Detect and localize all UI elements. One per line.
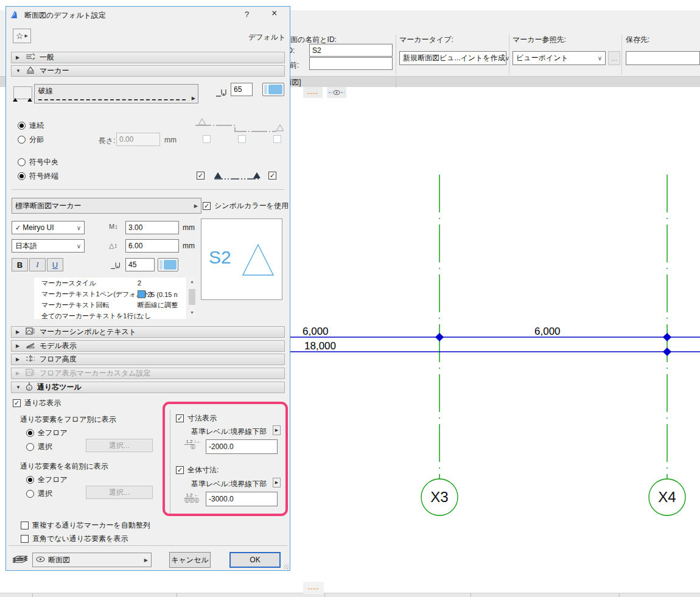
base-level-label-2: 基準レベル:境界線下部 (191, 479, 267, 489)
status-bar (0, 593, 700, 597)
base-level-flyout-2[interactable]: ▶ (273, 478, 281, 487)
bold-button[interactable]: B (12, 258, 28, 271)
radio-symbol-end[interactable]: 符号終端 (18, 171, 58, 181)
marker-parameter-table[interactable]: マーカースタイル 2 マーカーテキスト1ペン(デフォルト) 25 (0.15 n… (34, 278, 186, 319)
marker-ref-select[interactable]: ビューポイント ∨ (513, 51, 606, 65)
dimension-level-input[interactable]: -2000.0 (206, 439, 278, 454)
chevron-right-icon: ▶ (16, 55, 21, 60)
symbol-end-checkbox[interactable]: ✓ (268, 172, 276, 180)
visibility-option-button[interactable] (327, 87, 346, 98)
marker-type-select[interactable]: 新規断面図ビュ...イントを作成 ∨ (399, 51, 506, 65)
radio-continuous[interactable]: 連続 (18, 120, 44, 131)
marker-preview-id: S2 (209, 247, 231, 268)
italic-button[interactable]: I (29, 258, 46, 271)
grid-name-select-button[interactable]: 選択... (86, 486, 153, 499)
dashed-line-icon: ---- (307, 89, 319, 96)
id-input[interactable]: S2 (309, 44, 393, 57)
app-logo-icon (10, 10, 20, 22)
total-dimension-checkbox[interactable]: ✓ 全体寸法: (176, 465, 219, 475)
total-dimension-level-input[interactable]: -3000.0 (206, 492, 278, 506)
text-height-input[interactable]: 3.00 (125, 221, 179, 234)
info-panel-divider (621, 35, 622, 75)
eye-icon (329, 89, 345, 96)
info-panel-divider (509, 35, 509, 75)
symbol-ends-preview (212, 170, 263, 183)
auto-align-markers-checkbox[interactable]: 重複する通り芯マーカーを自動整列 (21, 520, 150, 531)
marker-style-select[interactable]: 標準断面図マーカー ▶ (12, 198, 201, 214)
table-row[interactable]: マーカーテキスト回転 断面線に調整 (34, 299, 186, 310)
radio-segmented[interactable]: 分節 (18, 134, 44, 145)
grid-floor-all-radio[interactable]: 全フロア (26, 428, 68, 438)
stagger-checkbox-3[interactable] (273, 135, 281, 143)
name-input[interactable] (309, 57, 393, 70)
status-bar-tick (471, 593, 471, 597)
chevron-down-icon: ▼ (16, 68, 21, 74)
section-marker[interactable]: ▼ マーカー (11, 65, 285, 77)
dashed-line-preview (38, 99, 186, 100)
grid-floor-select-button[interactable]: 選択... (86, 439, 153, 452)
check-icon: ✓ (15, 224, 21, 232)
save-target-input[interactable] (626, 51, 700, 65)
stagger-checkbox-2[interactable] (238, 135, 246, 143)
table-row[interactable]: 全てのマーカーテキストを1行に なし (34, 310, 186, 319)
scrollbar-thumb[interactable] (189, 289, 195, 305)
table-scrollbar[interactable]: ▲ ▼ (187, 278, 197, 319)
dimension-display-checkbox[interactable]: ✓ 寸法表示 (176, 413, 217, 424)
pen-icon (215, 87, 230, 100)
section-grid-tool[interactable]: ▼ 1 通り芯ツール (11, 382, 285, 393)
grid-marker-label-x3: X3 (421, 489, 458, 506)
help-button[interactable]: ? (245, 10, 249, 19)
bottom-dashed-line-button[interactable]: ---- (303, 582, 324, 594)
scroll-up-icon[interactable]: ▲ (187, 278, 197, 285)
layer-select[interactable]: 断面図 ▶ (32, 553, 152, 567)
marker-pen-input[interactable]: 65 (231, 83, 253, 96)
stagger-checkbox-1[interactable] (203, 135, 211, 143)
base-level-flyout-1[interactable]: ▶ (273, 425, 281, 435)
chevron-right-icon: ▶ (275, 480, 278, 485)
symbol-size-input[interactable]: 6.00 (125, 239, 179, 253)
ok-button[interactable]: OK (229, 552, 281, 568)
section-marker-symbol-text[interactable]: ▶ マーカーシンボルとテキスト (11, 326, 285, 338)
chevron-right-icon: ▶ (192, 96, 195, 101)
divider (12, 189, 284, 190)
cancel-button[interactable]: キャンセル (169, 552, 211, 568)
pen-color-swatch (138, 290, 145, 298)
grid-name-select-radio[interactable]: 選択 (26, 489, 52, 499)
scroll-down-icon[interactable]: ▼ (187, 309, 197, 316)
marker-ref-more-button[interactable]: ... (608, 51, 620, 65)
chevron-right-icon: ▶ (16, 357, 21, 362)
table-row[interactable]: マーカーテキスト1ペン(デフォルト) 25 (0.15 n (34, 288, 186, 299)
font-select[interactable]: ✓ Meiryo UI ∨ (12, 221, 85, 234)
grid-name-all-radio[interactable]: 全フロア (26, 475, 68, 485)
section-general[interactable]: ▶ 一般 (11, 52, 285, 63)
language-select[interactable]: 日本語 ∨ (12, 239, 85, 253)
dialog-titlebar[interactable]: 断面図のデフォルト設定 ? × (6, 7, 290, 23)
close-icon[interactable]: × (271, 8, 277, 19)
section-floor-marker-custom[interactable]: ▶ フロア表示マーカーカスタム設定 (11, 368, 285, 379)
underline-button[interactable]: U (47, 258, 63, 271)
chevron-right-icon: ▶ (25, 33, 28, 38)
linetype-corner-triangle (27, 98, 32, 102)
symbol-start-checkbox[interactable]: ✓ (197, 172, 205, 180)
symbol-size-icon: △↕ (109, 242, 117, 250)
radio-symbol-center[interactable]: 符号中央 (18, 157, 58, 167)
text-height-icon: M↕ (109, 223, 118, 230)
section-floor-height[interactable]: ▶ フロア高度 (11, 354, 285, 365)
non-orthogonal-checkbox[interactable]: 直角でない通り芯要素を表示 (21, 534, 128, 544)
marker-linetype-select[interactable]: 破線 ▶ (34, 84, 198, 103)
dimension-node (663, 333, 671, 341)
marker-pen-color-swatch[interactable] (262, 83, 284, 96)
grid-floor-select-radio[interactable]: 選択 (26, 442, 52, 452)
grid-show-checkbox[interactable]: ✓ 通り芯表示 (13, 398, 61, 408)
text-pen-color-swatch[interactable] (158, 258, 178, 271)
section-model-display[interactable]: ▶ モデル表示 (11, 340, 285, 352)
marker-ref-label: マーカー参照先: (513, 35, 566, 45)
symbol-color-checkbox[interactable]: ✓ シンボルカラーを使用 (203, 201, 289, 211)
table-row[interactable]: マーカースタイル 2 (34, 278, 186, 288)
length-input[interactable]: 0.00 (116, 133, 160, 146)
favorites-button[interactable]: ☆ ▶ (13, 29, 31, 43)
resize-grip[interactable] (284, 564, 289, 569)
text-pen-input[interactable]: 45 (125, 258, 155, 271)
dashed-line-option-button[interactable]: ---- (303, 87, 323, 98)
layers-icon[interactable] (10, 553, 30, 568)
